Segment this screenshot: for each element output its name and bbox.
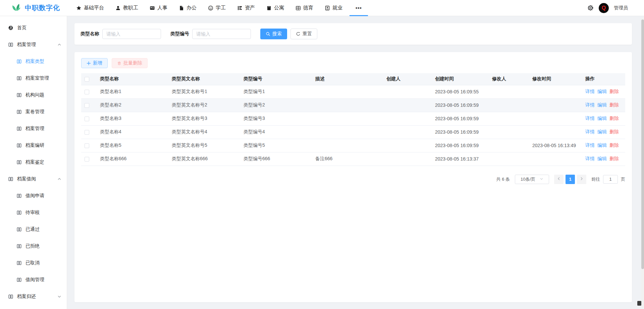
detail-link[interactable]: 详情 [585, 142, 595, 148]
username: 管理员 [614, 5, 628, 11]
nav-item-employment[interactable]: 就业 [319, 0, 348, 16]
student-face-icon [208, 5, 213, 11]
nav-item-hr[interactable]: 人事 [144, 0, 173, 16]
delete-link[interactable]: 删除 [609, 102, 619, 107]
vertical-scrollbar[interactable] [641, 17, 644, 308]
prev-page-button[interactable] [554, 175, 564, 184]
sprout-logo-icon [11, 3, 21, 13]
edit-link[interactable]: 编辑 [597, 89, 607, 94]
brand-title: 中职数字化 [25, 3, 60, 12]
edit-link[interactable]: 编辑 [597, 142, 607, 148]
table-header-row: 类型名称 类型英文名称 类型编号 描述 创建人 创建时间 修改人 修改时间 操作 [81, 73, 625, 85]
add-button[interactable]: 新增 [81, 58, 108, 68]
sidebar-item-label: 档案编研 [25, 142, 44, 148]
detail-link[interactable]: 详情 [585, 116, 595, 121]
type-code-input[interactable] [192, 29, 251, 39]
nav-item-office[interactable]: 办公 [173, 0, 202, 16]
table-row: 类型名称2 类型英文名称号2 类型编号2 2023-08-05 16:09:59… [81, 98, 625, 112]
delete-link[interactable]: 删除 [609, 116, 619, 121]
col-modified-at: 修改时间 [529, 73, 582, 85]
delete-link[interactable]: 删除 [609, 156, 619, 161]
batch-delete-button[interactable]: 批量删除 [112, 58, 148, 68]
edit-link[interactable]: 编辑 [597, 129, 607, 134]
cell-creator [383, 152, 432, 166]
nav-item-platform[interactable]: 基础平台 [70, 0, 110, 16]
cell-type-code: 类型编号666 [240, 152, 312, 166]
select-all-checkbox[interactable] [85, 77, 89, 82]
book-icon [16, 109, 22, 115]
detail-link[interactable]: 详情 [585, 102, 595, 107]
nav-item-student[interactable]: 学工 [202, 0, 231, 16]
brand[interactable]: 中职数字化 [0, 3, 67, 13]
nav-item-moral[interactable]: 德育 [290, 0, 319, 16]
document-icon [179, 5, 184, 11]
sidebar-item-label: 待审核 [25, 210, 40, 216]
sidebar-item-home[interactable]: 首页 [0, 19, 67, 36]
cell-type-name: 类型名称666 [97, 152, 168, 166]
row-checkbox[interactable] [85, 143, 89, 148]
chevron-right-icon [580, 177, 584, 182]
sidebar-item-pending-review[interactable]: 待审核 [0, 204, 67, 221]
sidebar-item-archive-management[interactable]: 档案管理 [0, 120, 67, 137]
delete-link[interactable]: 删除 [609, 142, 619, 148]
edit-link[interactable]: 编辑 [597, 116, 607, 121]
row-checkbox[interactable] [85, 157, 89, 162]
sidebar-item-rejected[interactable]: 已拒绝 [0, 238, 67, 255]
cell-modified-at: 2023-08-05 16:13:49 [529, 139, 582, 152]
next-page-button[interactable] [577, 175, 586, 184]
dashboard-icon [8, 25, 13, 31]
search-button[interactable]: 搜索 [260, 29, 287, 39]
cell-creator [383, 139, 432, 152]
page-number-button[interactable]: 1 [566, 175, 575, 184]
cell-description: 备注666 [312, 152, 383, 166]
book-icon [16, 92, 22, 98]
nav-item-apartment[interactable]: 公寓 [261, 0, 290, 16]
sidebar-item-archive-appraisal[interactable]: 档案鉴定 [0, 154, 67, 171]
cell-type-name: 类型名称5 [97, 139, 168, 152]
avatar[interactable]: Q [599, 3, 609, 13]
data-table: 类型名称 类型英文名称 类型编号 描述 创建人 创建时间 修改人 修改时间 操作 [81, 73, 625, 166]
edit-link[interactable]: 编辑 [597, 156, 607, 161]
sidebar-item-archive-compilation[interactable]: 档案编研 [0, 137, 67, 154]
page-size-select[interactable]: 10条/页 [515, 175, 549, 184]
sidebar-item-borrow-apply[interactable]: 借阅申请 [0, 187, 67, 204]
sidebar-group-archive-return[interactable]: 档案归还 [0, 288, 67, 305]
row-checkbox[interactable] [85, 90, 89, 94]
sidebar-item-borrow-management[interactable]: 借阅管理 [0, 271, 67, 288]
book-icon [16, 193, 22, 198]
sidebar-group-archive-management[interactable]: 档案管理 [0, 36, 67, 53]
sidebar-item-archive-type[interactable]: 档案类型 [0, 53, 67, 70]
book-icon [8, 176, 13, 182]
row-checkbox[interactable] [85, 130, 89, 135]
sidebar-item-label: 已拒绝 [25, 243, 40, 249]
nav-item-assets[interactable]: 资产 [231, 0, 261, 16]
cell-type-name: 类型名称2 [97, 98, 168, 112]
scrollbar-thumb[interactable] [641, 19, 644, 269]
row-checkbox[interactable] [85, 117, 89, 121]
table-toolbar: 新增 批量删除 [81, 58, 625, 68]
delete-link[interactable]: 删除 [609, 129, 619, 134]
goto-page-input[interactable] [603, 175, 618, 184]
edit-link[interactable]: 编辑 [597, 102, 607, 107]
reset-button[interactable]: 重置 [290, 29, 317, 39]
sidebar-item-cancelled[interactable]: 已取消 [0, 255, 67, 271]
sidebar-item-dossier-management[interactable]: 案卷管理 [0, 103, 67, 120]
delete-link[interactable]: 删除 [609, 89, 619, 94]
cell-type-en-name: 类型英文名称号3 [168, 112, 240, 125]
cell-type-code: 类型编号5 [240, 139, 312, 152]
row-checkbox[interactable] [85, 103, 89, 108]
type-name-input[interactable] [102, 29, 161, 39]
sidebar-item-organization-issues[interactable]: 机构问题 [0, 87, 67, 103]
detail-link[interactable]: 详情 [585, 129, 595, 134]
detail-link[interactable]: 详情 [585, 89, 595, 94]
sidebar-group-archive-borrow[interactable]: 档案借阅 [0, 171, 67, 187]
nav-item-more[interactable]: ••• [348, 0, 369, 16]
cell-modified-at [529, 85, 582, 98]
pager-group: 1 [554, 175, 586, 184]
sidebar-item-approved[interactable]: 已通过 [0, 221, 67, 238]
gear-icon[interactable] [587, 5, 594, 11]
sidebar-item-label: 借阅申请 [25, 193, 44, 199]
detail-link[interactable]: 详情 [585, 156, 595, 161]
nav-item-faculty[interactable]: 教职工 [110, 0, 144, 16]
sidebar-item-archive-room-management[interactable]: 档案室管理 [0, 70, 67, 87]
